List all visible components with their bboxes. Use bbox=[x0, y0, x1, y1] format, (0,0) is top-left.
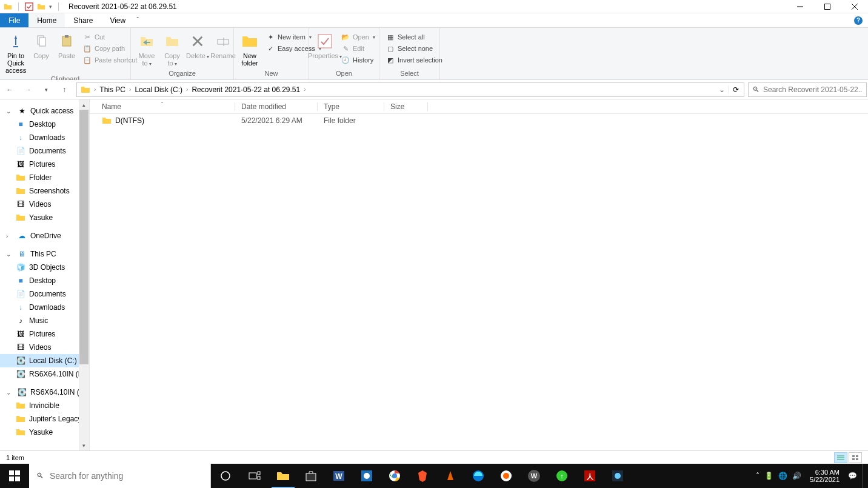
sidebar-quick-access[interactable]: ⌄★Quick access bbox=[0, 104, 89, 118]
tb-app-dark[interactable] bbox=[604, 464, 632, 488]
tray-volume-icon[interactable]: 🔊 bbox=[792, 472, 801, 480]
close-button[interactable] bbox=[841, 0, 868, 13]
details-view-button[interactable] bbox=[834, 452, 847, 463]
qat-folder-icon[interactable] bbox=[37, 2, 45, 11]
tb-app-blue[interactable] bbox=[353, 464, 381, 488]
pin-quick-access-button[interactable]: Pin to Quick access bbox=[4, 30, 28, 75]
recent-locations-button[interactable]: ▾ bbox=[38, 81, 55, 98]
tray-battery-icon[interactable]: 🔋 bbox=[764, 472, 773, 480]
tab-view[interactable]: View bbox=[101, 13, 134, 27]
select-all-button[interactable]: ▦Select all bbox=[383, 32, 445, 42]
tb-explorer[interactable] bbox=[269, 464, 297, 488]
tray-chevron-icon[interactable]: ˄ bbox=[756, 472, 760, 480]
minimize-button[interactable] bbox=[786, 0, 813, 13]
qat-dropdown-icon[interactable]: ▾ bbox=[49, 4, 52, 10]
sidebar-rs6-root[interactable]: ⌄💽RS6X64.10IN (D:) bbox=[0, 386, 89, 399]
up-button[interactable]: ↑ bbox=[56, 81, 73, 98]
tray-notifications-icon[interactable]: 💬 bbox=[848, 472, 857, 480]
edit-button[interactable]: ✎Edit bbox=[338, 43, 378, 54]
scroll-thumb[interactable] bbox=[79, 110, 88, 364]
show-desktop-button[interactable] bbox=[862, 464, 866, 488]
address-bar[interactable]: › This PC › Local Disk (C:) › Recoverit … bbox=[76, 82, 744, 97]
tb-store[interactable] bbox=[297, 464, 325, 488]
crumb-drive[interactable]: Local Disk (C:) bbox=[132, 85, 185, 94]
sidebar-pc-videos[interactable]: 🎞Videos bbox=[0, 341, 89, 354]
column-size[interactable]: Size bbox=[384, 102, 428, 111]
scroll-down-icon[interactable]: ▾ bbox=[79, 440, 89, 450]
copy-button[interactable]: Copy bbox=[29, 30, 53, 61]
tb-vlc[interactable] bbox=[436, 464, 464, 488]
forward-button[interactable]: → bbox=[19, 81, 36, 98]
chevron-right-icon[interactable]: › bbox=[93, 86, 97, 93]
chevron-right-icon[interactable]: › bbox=[185, 86, 189, 93]
tab-share[interactable]: Share bbox=[65, 13, 101, 27]
tb-app-orange[interactable] bbox=[492, 464, 520, 488]
column-date[interactable]: Date modified bbox=[235, 102, 318, 111]
ribbon-collapse-icon[interactable]: ˆ bbox=[134, 13, 141, 27]
sidebar-desktop[interactable]: ■Desktop📌 bbox=[0, 118, 89, 131]
sidebar-yasuke-2[interactable]: Yasuke bbox=[0, 426, 89, 439]
sidebar-ffolder[interactable]: Ffolder bbox=[0, 171, 89, 184]
tb-chrome[interactable] bbox=[381, 464, 409, 488]
rename-button[interactable]: Rename bbox=[211, 30, 235, 61]
start-button[interactable] bbox=[0, 464, 29, 488]
tb-acrobat[interactable]: 人 bbox=[576, 464, 604, 488]
new-folder-button[interactable]: New folder bbox=[238, 30, 262, 68]
back-button[interactable]: ← bbox=[1, 81, 18, 98]
sidebar-pc-desktop[interactable]: ■Desktop bbox=[0, 274, 89, 287]
maximize-button[interactable] bbox=[813, 0, 841, 13]
tb-brave[interactable] bbox=[409, 464, 436, 488]
refresh-button[interactable]: ⟳ bbox=[728, 85, 743, 94]
move-to-button[interactable]: Move to▾ bbox=[135, 30, 159, 69]
taskbar-search[interactable]: 🔍︎ bbox=[29, 464, 211, 488]
chevron-right-icon[interactable]: › bbox=[302, 86, 307, 93]
column-name[interactable]: Nameˆ bbox=[90, 102, 235, 111]
crumb-this-pc[interactable]: This PC bbox=[97, 85, 128, 94]
sidebar-local-disk-c[interactable]: 💽Local Disk (C:) bbox=[0, 354, 89, 367]
crumb-folder[interactable]: Recoverit 2021-05-22 at 06.29.51 bbox=[189, 85, 302, 94]
sidebar-rs6-drive[interactable]: 💽RS6X64.10IN (D:) bbox=[0, 367, 89, 381]
tray-network-icon[interactable]: 🌐 bbox=[778, 472, 787, 480]
tab-home[interactable]: Home bbox=[28, 13, 65, 27]
sidebar-invincible[interactable]: Invincible bbox=[0, 399, 89, 412]
icons-view-button[interactable] bbox=[849, 452, 862, 463]
sidebar-pc-downloads[interactable]: ↓Downloads bbox=[0, 301, 89, 314]
sidebar-onedrive[interactable]: ›☁OneDrive bbox=[0, 229, 89, 242]
history-button[interactable]: 🕘History bbox=[338, 55, 378, 65]
navigation-pane[interactable]: ⌄★Quick access ■Desktop📌 ↓Downloads📌 📄Do… bbox=[0, 99, 90, 450]
tb-word[interactable]: W bbox=[325, 464, 353, 488]
tb-app-w[interactable]: W bbox=[520, 464, 548, 488]
search-input[interactable] bbox=[763, 85, 863, 94]
sidebar-screenshots[interactable]: Screenshots bbox=[0, 184, 89, 198]
sidebar-yasuke[interactable]: Yasuke bbox=[0, 211, 89, 224]
taskbar-search-input[interactable] bbox=[50, 471, 203, 481]
file-list[interactable]: D(NTFS) 5/22/2021 6:29 AM File folder bbox=[90, 114, 868, 450]
search-box[interactable]: 🔍︎ bbox=[748, 82, 867, 97]
sidebar-downloads[interactable]: ↓Downloads📌 bbox=[0, 131, 89, 144]
sidebar-jupiter[interactable]: Jupiter's Legacy bbox=[0, 412, 89, 426]
invert-selection-button[interactable]: ◩Invert selection bbox=[383, 55, 445, 65]
sidebar-music[interactable]: ♪Music bbox=[0, 314, 89, 327]
sidebar-pc-pictures[interactable]: 🖼Pictures bbox=[0, 327, 89, 341]
scroll-up-icon[interactable]: ▴ bbox=[79, 99, 89, 110]
sidebar-scrollbar[interactable]: ▴ ▾ bbox=[79, 99, 89, 450]
qat-checkbox-icon[interactable] bbox=[25, 2, 33, 11]
sidebar-pc-documents[interactable]: 📄Documents bbox=[0, 287, 89, 301]
delete-button[interactable]: Delete▾ bbox=[185, 30, 210, 62]
task-view-button[interactable] bbox=[240, 464, 269, 488]
address-dropdown[interactable]: ⌄ bbox=[716, 85, 728, 94]
list-item[interactable]: D(NTFS) 5/22/2021 6:29 AM File folder bbox=[90, 114, 868, 127]
chevron-right-icon[interactable]: › bbox=[128, 86, 132, 93]
sidebar-videos[interactable]: 🎞Videos bbox=[0, 198, 89, 211]
select-none-button[interactable]: ▢Select none bbox=[383, 43, 445, 54]
tb-app-green[interactable]: ↑ bbox=[548, 464, 576, 488]
sidebar-3d-objects[interactable]: 🧊3D Objects bbox=[0, 261, 89, 274]
tray-clock[interactable]: 6:30 AM 5/22/2021 bbox=[806, 469, 843, 483]
open-button[interactable]: 📂Open▾ bbox=[338, 32, 378, 42]
help-button[interactable]: ? bbox=[852, 13, 864, 27]
copy-to-button[interactable]: Copy to▾ bbox=[160, 30, 184, 69]
tab-file[interactable]: File bbox=[0, 13, 28, 27]
cortana-button[interactable] bbox=[211, 464, 240, 488]
properties-button[interactable]: Properties▾ bbox=[313, 30, 337, 62]
sidebar-pictures[interactable]: 🖼Pictures📌 bbox=[0, 158, 89, 171]
